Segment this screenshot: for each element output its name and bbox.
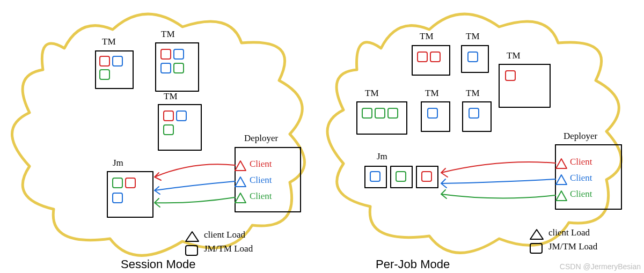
slot-icon xyxy=(375,108,385,118)
tm3r-label: TM xyxy=(507,50,521,61)
arrow-blue-r xyxy=(441,179,555,188)
tm4r-label: TM xyxy=(365,88,379,99)
slot-icon xyxy=(396,172,406,181)
tm2r-label: TM xyxy=(466,31,480,42)
tm6r-box xyxy=(463,102,491,131)
slot-icon xyxy=(422,172,431,181)
tm6r-label: TM xyxy=(466,88,480,99)
client2-right: Client xyxy=(570,173,592,183)
arrow-green-r xyxy=(441,190,555,198)
jm-box2 xyxy=(391,166,412,188)
slot-icon xyxy=(428,108,437,118)
legend-triangle-icon xyxy=(530,230,543,239)
legend1-right: client Load xyxy=(548,227,590,238)
jmr-label: Jm xyxy=(377,151,387,162)
tm1r-label: TM xyxy=(420,31,434,42)
triangle-icon xyxy=(556,175,567,185)
client3-right: Client xyxy=(570,189,592,200)
triangle-icon xyxy=(556,191,567,201)
slot-icon xyxy=(388,108,398,118)
tm5r-label: TM xyxy=(425,88,439,99)
slot-icon xyxy=(506,71,515,80)
diagram-root: { "left": { "title": "Session Mode", "tm… xyxy=(0,0,644,273)
slot-icon xyxy=(418,52,427,62)
right-panel-svg xyxy=(0,0,644,273)
tm5r-box xyxy=(421,102,450,131)
slot-icon xyxy=(469,108,479,118)
jm-box3 xyxy=(416,166,438,188)
title-right: Per-Job Mode xyxy=(376,257,450,271)
slot-icon xyxy=(430,52,440,62)
slot-icon xyxy=(468,52,478,62)
slot-icon xyxy=(362,108,372,118)
slot-icon xyxy=(370,172,380,181)
client1-right: Client xyxy=(570,157,592,167)
tm2r-box xyxy=(462,46,488,72)
legend2-right: JM/TM Load xyxy=(548,241,597,252)
watermark: CSDN @JermeryBesian xyxy=(560,262,641,271)
triangle-icon xyxy=(556,159,567,168)
deployer-label-right: Deployer xyxy=(564,131,597,142)
jm-box1 xyxy=(365,166,386,188)
arrow-red-r xyxy=(441,162,555,177)
